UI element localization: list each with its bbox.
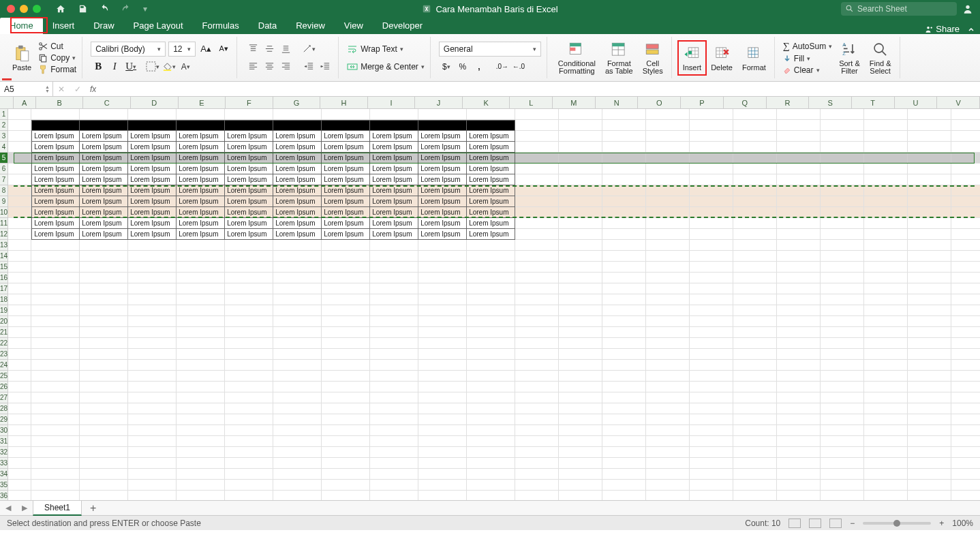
cell[interactable] [733, 109, 777, 120]
cell[interactable]: Lorem Ipsum [322, 174, 370, 185]
cell[interactable] [646, 142, 690, 153]
column-header[interactable]: U [895, 97, 938, 108]
cell[interactable] [690, 360, 733, 371]
cell[interactable] [559, 164, 602, 174]
cell[interactable] [951, 469, 980, 480]
cell[interactable] [821, 240, 864, 251]
cell[interactable] [80, 120, 128, 131]
cell[interactable] [370, 240, 418, 251]
cell[interactable] [515, 338, 559, 349]
cell[interactable] [273, 251, 322, 262]
cell[interactable] [864, 414, 908, 425]
cell[interactable] [821, 360, 864, 371]
cell[interactable] [322, 469, 370, 480]
cell[interactable] [821, 414, 864, 425]
cell[interactable] [322, 273, 370, 283]
cell[interactable]: Lorem Ipsum [273, 153, 322, 164]
cell[interactable]: Lorem Ipsum [370, 153, 418, 164]
cell[interactable] [80, 436, 128, 447]
cell[interactable] [690, 349, 733, 360]
cell[interactable] [908, 294, 951, 305]
cell[interactable] [31, 251, 80, 262]
cell[interactable] [951, 131, 980, 142]
cell[interactable] [646, 469, 690, 480]
cell[interactable] [733, 360, 777, 371]
cell[interactable] [646, 153, 690, 164]
normal-view-button[interactable] [788, 519, 801, 528]
cell[interactable] [225, 414, 273, 425]
cell[interactable] [177, 349, 225, 360]
cell[interactable] [559, 218, 602, 229]
cell[interactable] [418, 316, 467, 327]
cell[interactable] [951, 458, 980, 469]
cell[interactable]: Lorem Ipsum [128, 218, 177, 229]
cell[interactable] [646, 283, 690, 294]
cell[interactable] [467, 240, 515, 251]
cell[interactable] [864, 109, 908, 120]
cell[interactable] [951, 109, 980, 120]
cell[interactable] [559, 262, 602, 273]
cell[interactable] [690, 382, 733, 392]
cell[interactable] [821, 120, 864, 131]
cell[interactable] [418, 327, 467, 338]
cell[interactable] [646, 425, 690, 436]
cell[interactable] [8, 305, 31, 316]
cell[interactable]: Lorem Ipsum [31, 142, 80, 153]
cell[interactable] [864, 458, 908, 469]
cell[interactable]: Lorem Ipsum [80, 185, 128, 196]
cell[interactable] [418, 371, 467, 382]
cell[interactable] [951, 240, 980, 251]
cell[interactable]: Lorem Ipsum [273, 164, 322, 174]
cell[interactable] [559, 153, 602, 164]
cell[interactable] [602, 360, 646, 371]
cell[interactable] [646, 458, 690, 469]
cell[interactable]: Lorem Ipsum [128, 142, 177, 153]
cell[interactable] [733, 338, 777, 349]
cell[interactable] [80, 447, 128, 458]
cell[interactable] [515, 131, 559, 142]
cell[interactable] [225, 283, 273, 294]
row-header[interactable]: 12 [0, 229, 8, 240]
cell[interactable] [951, 164, 980, 174]
cell[interactable] [646, 185, 690, 196]
format-as-table-button[interactable]: Format as Table [602, 40, 636, 76]
row-header[interactable]: 21 [0, 327, 8, 338]
cell[interactable] [733, 207, 777, 218]
cell[interactable] [515, 349, 559, 360]
cell[interactable] [515, 196, 559, 207]
row-header[interactable]: 11 [0, 218, 8, 229]
cell[interactable] [418, 436, 467, 447]
cell[interactable] [777, 447, 821, 458]
cell[interactable] [467, 382, 515, 392]
cell[interactable] [690, 316, 733, 327]
zoom-out-button[interactable]: − [850, 519, 855, 528]
cell[interactable] [821, 164, 864, 174]
cell[interactable] [908, 153, 951, 164]
cell[interactable] [908, 403, 951, 414]
cell[interactable] [225, 371, 273, 382]
cell[interactable] [80, 240, 128, 251]
cell[interactable] [273, 480, 322, 491]
cell[interactable] [559, 327, 602, 338]
cell[interactable] [602, 294, 646, 305]
cell[interactable] [467, 480, 515, 491]
percent-button[interactable]: % [455, 59, 470, 74]
cell[interactable] [128, 382, 177, 392]
cell[interactable] [515, 164, 559, 174]
cell[interactable] [225, 360, 273, 371]
cell[interactable] [370, 392, 418, 403]
cell[interactable] [821, 458, 864, 469]
cell[interactable]: Lorem Ipsum [322, 164, 370, 174]
cell[interactable] [80, 349, 128, 360]
cell[interactable] [370, 360, 418, 371]
cell[interactable] [8, 120, 31, 131]
cell[interactable]: Lorem Ipsum [467, 142, 515, 153]
cell[interactable] [515, 491, 559, 500]
cell[interactable] [646, 436, 690, 447]
cell[interactable] [273, 338, 322, 349]
cell[interactable] [690, 491, 733, 500]
cell[interactable] [515, 371, 559, 382]
cell[interactable] [467, 403, 515, 414]
cell[interactable] [864, 294, 908, 305]
cell[interactable] [273, 360, 322, 371]
